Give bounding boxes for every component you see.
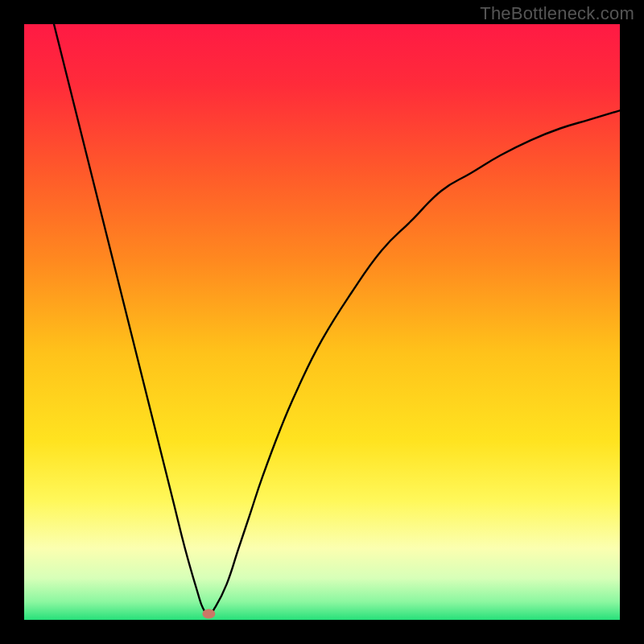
gradient-background xyxy=(24,24,620,620)
optimum-marker xyxy=(202,609,215,619)
chart-container: TheBottleneck.com xyxy=(0,0,644,644)
plot-area xyxy=(24,24,620,620)
watermark-text: TheBottleneck.com xyxy=(480,3,634,24)
chart-svg xyxy=(24,24,620,620)
